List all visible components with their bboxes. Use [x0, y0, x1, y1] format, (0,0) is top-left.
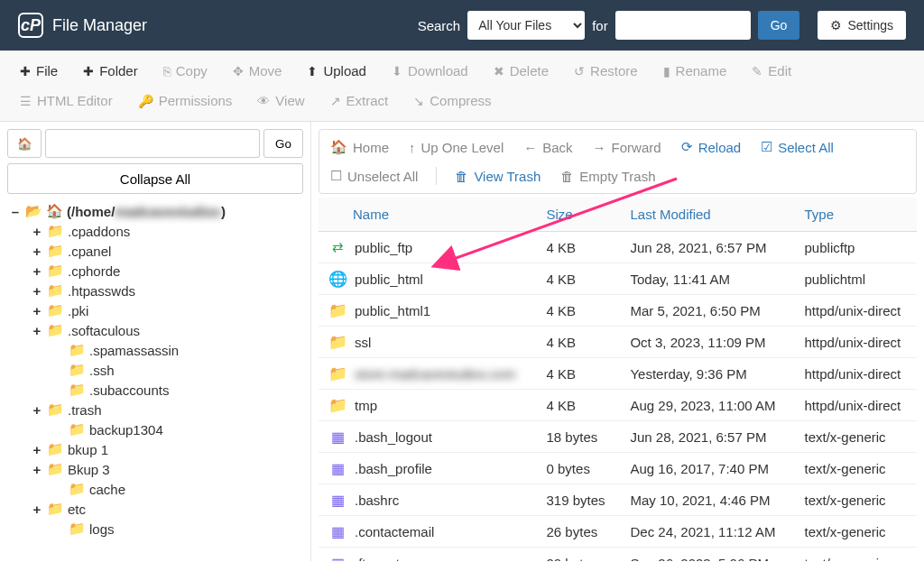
table-row[interactable]: ▦.bashrc319 bytesMay 10, 2021, 4:46 PMte…	[319, 484, 917, 516]
table-row[interactable]: 📁store.madcavestudios.com4 KBYesterday, …	[319, 358, 917, 390]
folder-button[interactable]: ✚Folder	[72, 58, 149, 84]
nav-empty-trash-button[interactable]: 🗑Empty Trash	[559, 165, 657, 188]
nav-up-button[interactable]: ↑Up One Level	[407, 136, 505, 159]
download-button[interactable]: ⬇Download	[381, 58, 479, 84]
col-name[interactable]: Name	[319, 198, 536, 232]
file-modified: Mar 5, 2021, 6:50 PM	[619, 295, 793, 327]
settings-button[interactable]: ⚙ Settings	[818, 11, 906, 40]
table-row[interactable]: 📁public_html14 KBMar 5, 2021, 6:50 PMhtt…	[319, 295, 917, 327]
upload-button[interactable]: ⬆Upload	[296, 58, 377, 84]
tree-item[interactable]: +📁logs	[7, 519, 303, 539]
sidebar: 🏠 Go Collapse All – 📂 🏠 (/home/madcavest…	[0, 122, 311, 561]
extract-button[interactable]: ↗Extract	[319, 88, 400, 114]
nav-reload-button[interactable]: ⟳Reload	[679, 135, 744, 159]
home-icon: 🏠	[46, 203, 63, 219]
expand-toggle-icon[interactable]: +	[31, 502, 43, 517]
restore-icon: ↺	[574, 64, 585, 78]
tree-root[interactable]: – 📂 🏠 (/home/madcavestudios)	[7, 201, 303, 221]
file-size: 4 KB	[536, 263, 620, 295]
expand-toggle-icon: +	[52, 382, 65, 398]
table-row[interactable]: ▦.bash_logout18 bytesJun 28, 2021, 6:57 …	[319, 421, 917, 453]
tree-item[interactable]: +📁.cpaddons	[7, 221, 303, 241]
expand-toggle-icon[interactable]: +	[31, 323, 43, 338]
table-row[interactable]: ▦.bash_profile0 bytesAug 16, 2017, 7:40 …	[319, 453, 917, 484]
expand-toggle-icon[interactable]: +	[31, 263, 43, 279]
table-row[interactable]: ⇄public_ftp4 KBJun 28, 2021, 6:57 PMpubl…	[319, 232, 917, 263]
tree-item[interactable]: +📁.cpanel	[7, 241, 303, 261]
tree-item[interactable]: +📁.trash	[7, 400, 303, 419]
separator	[436, 167, 437, 185]
tree-item[interactable]: +📁bkup 1	[7, 439, 303, 459]
tree-item-label: bkup 1	[68, 442, 108, 457]
reload-icon: ⟳	[681, 139, 693, 155]
col-modified[interactable]: Last Modified	[619, 198, 793, 232]
move-button[interactable]: ✥Move	[222, 58, 293, 84]
nav-unselect-all-button[interactable]: ☐Unselect All	[328, 164, 420, 188]
nav-view-trash-button[interactable]: 🗑View Trash	[453, 165, 542, 188]
expand-toggle-icon[interactable]: +	[31, 442, 43, 457]
expand-toggle-icon[interactable]: +	[31, 462, 43, 477]
col-type[interactable]: Type	[794, 198, 917, 232]
tree-item[interactable]: +📁.spamassassin	[7, 340, 303, 360]
tree-item[interactable]: +📁cache	[7, 479, 303, 499]
tree-item[interactable]: +📁Bkup 3	[7, 459, 303, 479]
file-size: 26 bytes	[536, 516, 620, 548]
expand-toggle-icon[interactable]: +	[31, 244, 43, 259]
table-row[interactable]: 🌐public_html4 KBToday, 11:41 AMpublichtm…	[319, 263, 917, 295]
folder-icon: 📁	[69, 521, 86, 537]
edit-button[interactable]: ✎Edit	[741, 58, 802, 84]
tree-item[interactable]: +📁.cphorde	[7, 261, 303, 281]
col-size[interactable]: Size	[536, 198, 620, 232]
folder-icon: 📁	[69, 382, 86, 398]
nav-select-all-button[interactable]: ☑Select All	[759, 135, 836, 159]
file-modified: Oct 3, 2023, 11:09 PM	[619, 327, 793, 358]
tree-item[interactable]: +📁.softaculous	[7, 320, 303, 340]
table-row[interactable]: 📁ssl4 KBOct 3, 2023, 11:09 PMhttpd/unix-…	[319, 327, 917, 358]
restore-button[interactable]: ↺Restore	[563, 58, 649, 84]
rename-button[interactable]: ▮Rename	[652, 58, 738, 84]
file-type: text/x-generic	[794, 516, 917, 548]
nav-back-button[interactable]: ←Back	[522, 136, 574, 159]
expand-toggle-icon[interactable]: +	[31, 283, 43, 299]
file-modified: Jun 28, 2021, 6:57 PM	[619, 421, 793, 453]
expand-toggle-icon[interactable]: +	[31, 303, 43, 318]
table-row[interactable]: 📁tmp4 KBAug 29, 2023, 11:00 AMhttpd/unix…	[319, 390, 917, 421]
table-row[interactable]: ▦.ftpquota20 bytesSep 26, 2023, 5:06 PMt…	[319, 548, 917, 562]
nav-home-button[interactable]: 🏠Home	[328, 135, 391, 159]
search-input[interactable]	[615, 11, 751, 40]
view-button[interactable]: 👁View	[246, 88, 315, 114]
eye-icon: 👁	[257, 94, 270, 108]
search-go-button[interactable]: Go	[758, 11, 800, 40]
folder-icon: 📁	[329, 365, 346, 382]
file-button[interactable]: ✚File	[9, 58, 69, 84]
key-icon: 🔑	[138, 94, 153, 108]
html-editor-button[interactable]: ☰HTML Editor	[9, 88, 124, 114]
folder-icon: 📁	[47, 223, 64, 239]
sidebar-go-button[interactable]: Go	[263, 129, 303, 158]
file-type: httpd/unix-direct	[794, 327, 917, 358]
compress-button[interactable]: ↘Compress	[402, 88, 502, 114]
tree-item[interactable]: +📁backup1304	[7, 419, 303, 439]
nav-forward-button[interactable]: →Forward	[591, 136, 663, 159]
copy-button[interactable]: ⎘Copy	[152, 58, 218, 84]
delete-button[interactable]: ✖Delete	[483, 58, 559, 84]
tree-item[interactable]: +📁etc	[7, 499, 303, 519]
file-size: 20 bytes	[536, 548, 620, 562]
expand-toggle-icon: +	[52, 482, 65, 497]
search-scope-select[interactable]: All Your Files	[467, 11, 585, 40]
content-area: 🏠Home ↑Up One Level ←Back →Forward ⟳Relo…	[311, 122, 924, 561]
sidebar-path-input[interactable]	[45, 129, 260, 158]
table-row[interactable]: ▦.contactemail26 bytesDec 24, 2021, 11:1…	[319, 516, 917, 548]
tree-item[interactable]: +📁.subaccounts	[7, 380, 303, 400]
expand-toggle-icon[interactable]: +	[31, 402, 43, 418]
tree-item[interactable]: +📁.htpasswds	[7, 281, 303, 300]
expand-toggle-icon[interactable]: +	[31, 224, 43, 239]
trash-icon: 🗑	[455, 169, 468, 184]
sidebar-home-button[interactable]: 🏠	[7, 129, 42, 158]
collapse-toggle-icon[interactable]: –	[9, 204, 22, 219]
permissions-button[interactable]: 🔑Permissions	[127, 88, 244, 114]
tree-item[interactable]: +📁.ssh	[7, 360, 303, 380]
file-type: text/x-generic	[794, 453, 917, 484]
tree-item[interactable]: +📁.pki	[7, 300, 303, 320]
collapse-all-button[interactable]: Collapse All	[7, 163, 303, 194]
